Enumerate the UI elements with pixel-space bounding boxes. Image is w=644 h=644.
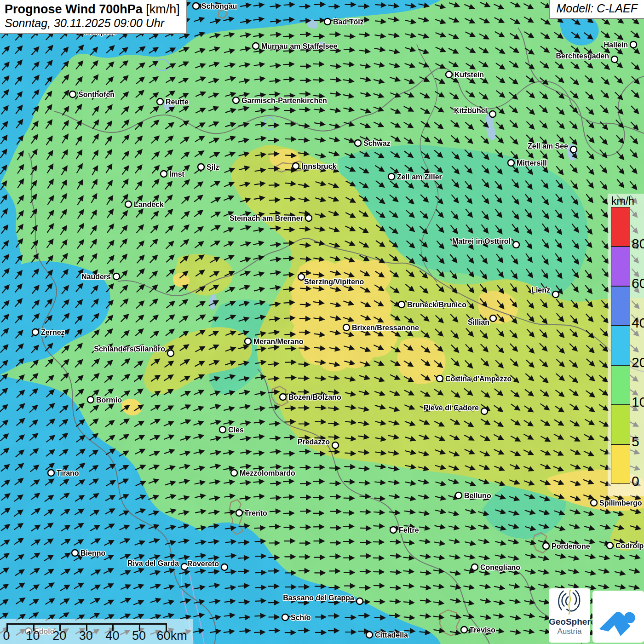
- city-label: Murnau am Staffelsee: [261, 42, 337, 50]
- city-marker: [236, 510, 242, 516]
- city-label: Mezzolombardo: [240, 469, 295, 477]
- scalebar-label-40: 40: [105, 629, 119, 643]
- city-label: Kitzbühel: [454, 107, 487, 115]
- city-marker: [437, 375, 443, 382]
- city-label: Treviso: [470, 626, 495, 634]
- map-title-unit: [km/h]: [143, 2, 180, 16]
- city-label: Cortina d'Ampezzo: [445, 375, 512, 383]
- city-label: Bormio: [96, 396, 122, 404]
- city-marker: [280, 394, 286, 400]
- legend-value-20: 20: [632, 355, 644, 370]
- city-feltre: Feltre: [390, 526, 419, 534]
- mountain-logo: [592, 591, 644, 643]
- city-marker: [193, 3, 199, 9]
- city-marker: [455, 492, 462, 499]
- city-label: Brixen/Bressanone: [352, 324, 419, 332]
- city-marker: [69, 91, 76, 98]
- legend-bin-10: [611, 365, 630, 405]
- city-label: Meran/Merano: [253, 338, 304, 345]
- scalebar-label-60km: 60km: [157, 629, 187, 643]
- map-title: Prognose Wind 700hPa [km/h]: [5, 2, 180, 17]
- city-marker: [161, 171, 167, 177]
- city-trento: Trento: [236, 509, 267, 517]
- city-zernez: Zernez: [32, 328, 65, 336]
- city-steinach-am-brenner: Steinach am Brenner: [230, 214, 312, 222]
- city-label: Silz: [207, 163, 219, 171]
- city-label: Predazzo: [298, 438, 330, 446]
- city-marker: [508, 160, 514, 166]
- city-label: Schlanders/Silandro: [94, 345, 165, 353]
- city-hallein: Hallein: [604, 41, 637, 49]
- city-label: Rovereto: [187, 560, 219, 568]
- city-marker: [543, 543, 549, 549]
- city-marker: [113, 273, 120, 280]
- city-label: Codroipo: [615, 542, 644, 550]
- city-marker: [490, 315, 496, 322]
- city-label: Belluno: [464, 492, 491, 500]
- city-label: Zell am Ziller: [397, 173, 442, 181]
- city-marker: [552, 291, 559, 298]
- city-marker: [298, 274, 305, 280]
- scalebar-label-10: 10: [26, 629, 40, 643]
- city-label: Trento: [245, 509, 267, 517]
- scalebar-label-50: 50: [132, 629, 146, 643]
- city-marker: [233, 97, 239, 104]
- city-marker: [461, 627, 467, 633]
- city-label: Zell am See: [528, 142, 568, 150]
- city-marker: [332, 442, 339, 448]
- city-tirano: Tirano: [48, 469, 79, 477]
- map-datetime: Sonntag, 30.11.2025 09:00 Uhr: [5, 17, 180, 30]
- city-treviso: Treviso: [461, 626, 495, 634]
- city-marker: [481, 408, 488, 414]
- city-marker: [253, 43, 259, 49]
- scalebar-label-20: 20: [52, 629, 66, 643]
- geosphere-country: Austria: [549, 627, 590, 636]
- city-label: Berchtesgaden: [556, 52, 609, 60]
- city-cortina-d-ampezzo: Cortina d'Ampezzo: [437, 375, 512, 383]
- city-imst: Imst: [161, 170, 185, 178]
- city-marker: [630, 41, 637, 48]
- city-marker: [231, 470, 237, 476]
- city-marker: [221, 564, 228, 570]
- city-label: Innsbruck: [301, 162, 337, 170]
- city-label: Riva del Garda: [127, 559, 179, 567]
- wind-forecast-map: SchongauBad TölzKemptenMurnau am Staffel…: [0, 0, 644, 644]
- legend-value-60: 60: [632, 276, 644, 291]
- city-label: Hallein: [604, 41, 628, 49]
- city-label: Sillian: [468, 318, 489, 326]
- city-marker: [167, 350, 174, 356]
- city-brixen-bressanone: Brixen/Bressanone: [343, 324, 419, 332]
- city-label: Sterzing/Vipiteno: [304, 278, 364, 286]
- legend-bin-20: [611, 326, 630, 365]
- city-schio: Schio: [282, 614, 311, 621]
- city-label: Spilimbergo: [599, 499, 642, 507]
- legend-unit-label: km/h: [611, 195, 634, 207]
- city-label: Sonthofen: [78, 91, 115, 98]
- city-label: Pieve di Cadore: [424, 404, 479, 412]
- city-label: Reutte: [166, 98, 189, 106]
- legend-bin-60: [611, 247, 630, 286]
- geosphere-org-name: GeoSphere: [549, 617, 590, 627]
- city-marker: [219, 426, 226, 433]
- city-label: Kufstein: [454, 71, 484, 79]
- city-marker: [570, 146, 577, 153]
- legend-bin-80: [611, 207, 630, 247]
- city-marker: [355, 140, 361, 146]
- city-marker: [157, 98, 163, 105]
- city-label: Bozen/Bolzano: [288, 393, 341, 401]
- city-label: Imst: [169, 170, 185, 178]
- scalebar-label-30: 30: [79, 629, 93, 643]
- legend-bin-40: [611, 286, 630, 326]
- city-label: Steinach am Brenner: [230, 214, 303, 222]
- city-murnau-am-staffelsee: Murnau am Staffelsee: [253, 42, 337, 50]
- model-label: Modell: C-LAEF: [549, 0, 644, 19]
- legend-value-10: 10: [632, 394, 644, 410]
- city-marker: [356, 598, 363, 604]
- city-marker: [343, 324, 350, 331]
- city-label: Bienno: [80, 549, 105, 557]
- city-marker: [607, 542, 613, 549]
- city-marker: [305, 215, 312, 221]
- city-marker: [198, 164, 204, 170]
- city-bormio: Bormio: [87, 396, 122, 404]
- city-label: Cles: [228, 426, 244, 434]
